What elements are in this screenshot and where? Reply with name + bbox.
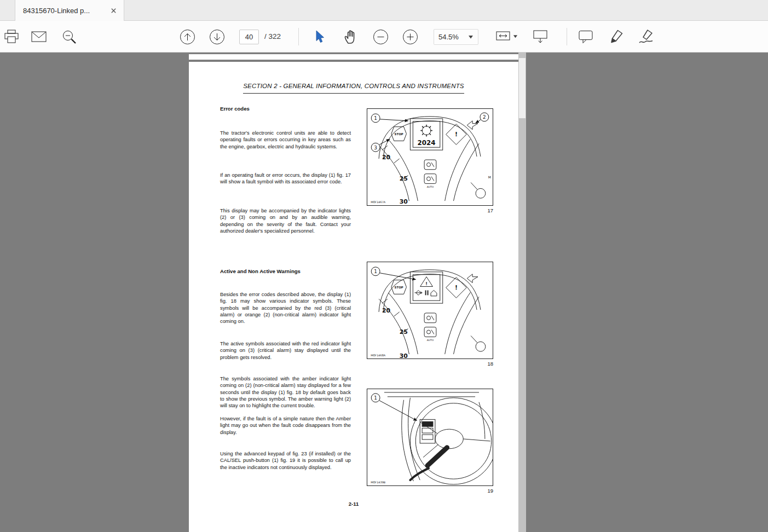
fig18-stop-symbol: STOP (395, 286, 403, 289)
zoom-in-icon (402, 29, 418, 45)
presentation-button[interactable] (530, 26, 551, 47)
fig18-gauge-20: 20 (382, 307, 391, 314)
comment-icon (578, 30, 593, 44)
presentation-icon (533, 30, 548, 44)
page-up-icon (180, 29, 195, 45)
fig19-callout-1: 1 (374, 395, 377, 401)
fig18-triangle-exclaim: ! (425, 281, 428, 286)
next-page-button[interactable] (206, 26, 227, 47)
highlight-button[interactable] (606, 26, 627, 47)
hand-tool-icon (343, 29, 358, 44)
highlighter-icon (609, 29, 624, 44)
fig18-instrument-cluster-illustration: 1 ! STOP ! 20 25 30 AUTO MOF1468A (367, 262, 493, 358)
fig19-steering-keypad-illustration: 1 MOF1439B (367, 389, 493, 485)
select-tool-button[interactable] (310, 26, 331, 47)
figure-18-number: 18 (367, 361, 493, 367)
figure-18: 1 ! STOP ! 20 25 30 AUTO MOF1468A (367, 262, 493, 359)
page-number-input[interactable] (239, 30, 259, 44)
fig17-callout-2: 2 (483, 114, 486, 120)
fig17-callout-1: 1 (374, 115, 377, 121)
scrollbar-thumb[interactable] (519, 58, 526, 118)
paragraph-warnings-3: The symbols associated with the amber in… (220, 375, 351, 409)
search-icon (62, 30, 77, 44)
fig17-instrument-cluster-illustration: 1 2 3 2024 STOP ! 20 25 30 AUTO M MOF146… (367, 109, 493, 205)
fig17-display-value: 2024 (418, 139, 436, 147)
vertical-scrollbar[interactable] (518, 53, 526, 532)
paragraph-error-2: If an operating fault or error occurs, t… (220, 172, 351, 186)
paragraph-warnings-2: The active symbols associated with the r… (220, 340, 351, 361)
toolbar-separator (298, 28, 299, 45)
paragraph-error-1: The tractor's electronic control units a… (220, 130, 351, 150)
search-button[interactable] (59, 26, 79, 47)
email-icon (31, 31, 47, 43)
fig18-auto-label: AUTO (427, 339, 434, 342)
page-footer-number: 2-11 (189, 501, 518, 507)
section-header: SECTION 2 - GENERAL INFORMATION, CONTROL… (189, 80, 518, 94)
fig17-warning-symbol: ! (455, 131, 458, 138)
email-button[interactable] (28, 26, 49, 47)
print-icon (4, 30, 19, 44)
zoom-out-button[interactable] (370, 26, 391, 47)
caret-down-icon (513, 35, 518, 38)
fig17-side-label: M (488, 175, 491, 179)
close-icon (111, 8, 117, 14)
figure-17: 1 2 3 2024 STOP ! 20 25 30 AUTO M MOF146… (367, 108, 493, 206)
figure-19: 1 MOF1439B (367, 389, 493, 486)
fig18-gauge-30: 30 (400, 352, 408, 358)
pdf-toolbar: / 322 54.5% (0, 21, 768, 53)
zoom-level-value: 54.5% (438, 33, 459, 41)
pan-tool-button[interactable] (340, 26, 361, 47)
zoom-out-icon (373, 29, 389, 45)
paragraph-warnings-1: Besides the error codes described above,… (220, 291, 351, 325)
fig18-code: MOF1468A (371, 354, 386, 357)
fig17-stop-symbol: STOP (395, 132, 403, 136)
fig17-auto-label: AUTO (427, 186, 434, 188)
page-count-label: / 322 (264, 32, 281, 41)
fig17-gauge-30: 30 (400, 198, 408, 205)
fig17-code: MOF1467A (371, 200, 386, 204)
heading-warnings: Active and Non Active Warnings (220, 268, 351, 274)
fig18-gauge-25: 25 (400, 328, 408, 336)
fig17-callout-3: 3 (374, 145, 377, 151)
fig17-gauge-25: 25 (400, 175, 408, 182)
signature-button[interactable] (636, 26, 656, 47)
figure-17-number: 17 (367, 207, 493, 213)
toolbar-separator (567, 28, 567, 45)
print-button[interactable] (1, 26, 22, 47)
tab-title: 84315670-Linked p... (23, 7, 104, 15)
select-cursor-icon (313, 30, 327, 44)
page-down-icon (209, 29, 225, 45)
signature-icon (638, 29, 654, 44)
pdf-content-area: SECTION 2 - GENERAL INFORMATION, CONTROL… (0, 53, 768, 532)
paragraph-warnings-5: Using the advanced keypad of fig. 23 (if… (220, 450, 351, 471)
comment-button[interactable] (575, 26, 596, 47)
tab-close-button[interactable] (108, 5, 118, 15)
paragraph-warnings-4: However, if the fault is of a simple nat… (220, 415, 351, 436)
fig19-code: MOF1439B (371, 481, 386, 484)
pdf-page: SECTION 2 - GENERAL INFORMATION, CONTROL… (189, 62, 518, 532)
fig18-warning-symbol: ! (455, 284, 458, 291)
zoom-level-select[interactable]: 54.5% (434, 29, 478, 45)
paragraph-error-3: This display may be accompanied by the i… (220, 207, 351, 234)
section-header-text: SECTION 2 - GENERAL INFORMATION, CONTROL… (243, 83, 464, 94)
browser-tab[interactable]: 84315670-Linked p... (15, 0, 124, 21)
caret-down-icon (468, 36, 473, 39)
previous-page-button[interactable] (177, 26, 198, 47)
fig17-gauge-20: 20 (382, 154, 391, 161)
fig18-callout-1: 1 (374, 269, 377, 274)
fit-width-icon (495, 30, 511, 43)
fit-width-button[interactable] (492, 26, 521, 47)
figure-19-number: 19 (367, 488, 493, 494)
heading-error-codes: Error codes (220, 106, 351, 112)
zoom-in-button[interactable] (400, 26, 420, 47)
tab-bar: 84315670-Linked p... (0, 0, 768, 21)
previous-page-edge (189, 54, 518, 60)
